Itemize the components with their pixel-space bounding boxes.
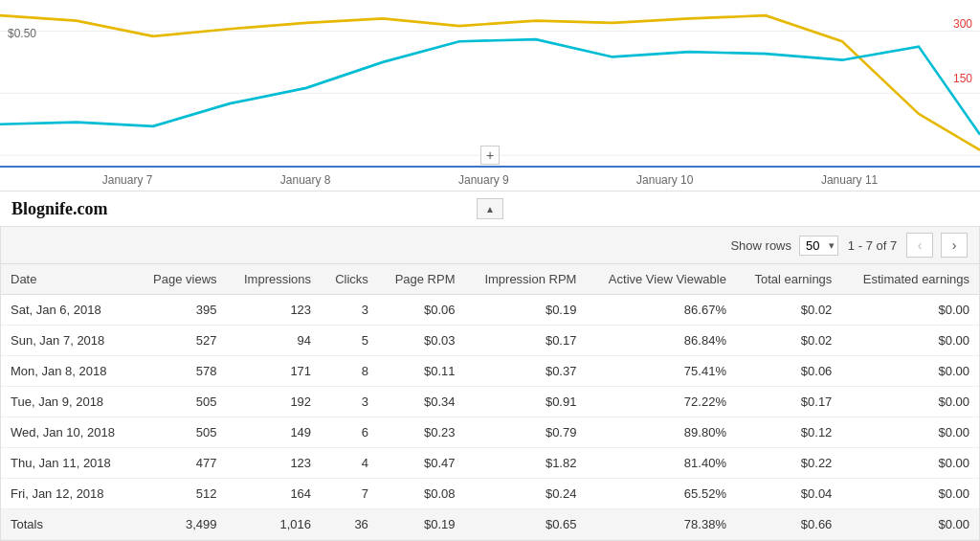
table-toolbar: Show rows 50 1 - 7 of 7 ‹ ›	[1, 227, 979, 264]
cell-date: Sun, Jan 7, 2018	[1, 326, 136, 356]
chart-expand-icon[interactable]: +	[480, 146, 500, 165]
cell-estimated-earnings: $0.00	[841, 356, 979, 387]
cell-impressions: 123	[227, 448, 322, 479]
cell-date: Thu, Jan 11, 2018	[1, 448, 136, 479]
totals-page-views: 3,499	[136, 509, 227, 540]
table-row: Tue, Jan 9, 2018 505 192 3 $0.34 $0.91 7…	[1, 387, 979, 417]
rows-per-page-select[interactable]: 50	[799, 236, 838, 256]
cell-date: Tue, Jan 9, 2018	[1, 387, 136, 417]
data-table-container: Show rows 50 1 - 7 of 7 ‹ › Date Page vi…	[0, 226, 980, 541]
x-label-jan8: January 8	[280, 173, 331, 187]
cell-total-earnings: $0.02	[736, 295, 841, 326]
y-axis-label-150: 150	[953, 72, 972, 85]
totals-page-rpm: $0.19	[378, 509, 465, 540]
cell-total-earnings: $0.04	[736, 479, 841, 509]
cell-clicks: 7	[321, 479, 378, 509]
cell-impressions: 123	[227, 295, 322, 326]
cell-estimated-earnings: $0.00	[841, 448, 979, 479]
cell-impression-rpm: $0.24	[465, 479, 587, 509]
cell-page-views: 477	[136, 448, 227, 479]
cell-page-rpm: $0.06	[378, 295, 465, 326]
cell-page-rpm: $0.08	[378, 479, 465, 509]
cell-active-view: 81.40%	[586, 448, 736, 479]
totals-estimated-earnings: $0.00	[841, 509, 979, 540]
cell-page-rpm: $0.23	[378, 417, 465, 448]
totals-row: Totals 3,499 1,016 36 $0.19 $0.65 78.38%…	[1, 509, 979, 540]
cell-clicks: 6	[321, 417, 378, 448]
cell-total-earnings: $0.12	[736, 417, 841, 448]
table-row: Mon, Jan 8, 2018 578 171 8 $0.11 $0.37 7…	[1, 356, 979, 387]
cell-page-rpm: $0.11	[378, 356, 465, 387]
cell-date: Wed, Jan 10, 2018	[1, 417, 136, 448]
cell-impression-rpm: $0.37	[465, 356, 587, 387]
cell-impressions: 149	[227, 417, 322, 448]
cell-active-view: 89.80%	[586, 417, 736, 448]
cell-estimated-earnings: $0.00	[841, 479, 979, 509]
col-date: Date	[1, 264, 136, 295]
totals-clicks: 36	[321, 509, 378, 540]
col-page-rpm: Page RPM	[378, 264, 465, 295]
cell-page-rpm: $0.03	[378, 326, 465, 356]
next-page-button[interactable]: ›	[941, 233, 968, 258]
cell-impression-rpm: $0.19	[465, 295, 587, 326]
col-impression-rpm: Impression RPM	[465, 264, 587, 295]
collapse-button[interactable]: ▲	[477, 198, 503, 219]
cell-active-view: 72.22%	[586, 387, 736, 417]
y-axis-label-300: 300	[953, 17, 972, 31]
x-label-jan11: January 11	[821, 173, 878, 187]
logo-bar: Blognife.com ▲	[0, 192, 980, 226]
x-axis: January 7 January 8 January 9 January 10…	[0, 168, 980, 192]
cell-estimated-earnings: $0.00	[841, 326, 979, 356]
cell-impressions: 192	[227, 387, 322, 417]
col-active-view: Active View Viewable	[586, 264, 736, 295]
site-logo: Blognife.com	[11, 199, 108, 219]
cell-clicks: 3	[321, 295, 378, 326]
cell-active-view: 75.41%	[586, 356, 736, 387]
cell-total-earnings: $0.06	[736, 356, 841, 387]
cell-clicks: 3	[321, 387, 378, 417]
x-label-jan7: January 7	[102, 173, 153, 187]
chart-area: $0.50 300 150 +	[0, 0, 980, 168]
cell-clicks: 8	[321, 356, 378, 387]
totals-total-earnings: $0.66	[736, 509, 841, 540]
show-rows-label: Show rows	[730, 238, 791, 253]
cell-clicks: 5	[321, 326, 378, 356]
prev-page-button[interactable]: ‹	[906, 233, 933, 258]
table-row: Wed, Jan 10, 2018 505 149 6 $0.23 $0.79 …	[1, 417, 979, 448]
cell-total-earnings: $0.02	[736, 326, 841, 356]
cell-date: Sat, Jan 6, 2018	[1, 295, 136, 326]
cell-impression-rpm: $0.91	[465, 387, 587, 417]
x-label-jan10: January 10	[636, 173, 693, 187]
cell-active-view: 86.84%	[586, 326, 736, 356]
col-total-earnings: Total earnings	[736, 264, 841, 295]
cell-active-view: 65.52%	[586, 479, 736, 509]
cell-page-views: 578	[136, 356, 227, 387]
cell-page-views: 395	[136, 295, 227, 326]
cell-estimated-earnings: $0.00	[841, 295, 979, 326]
col-impressions: Impressions	[227, 264, 322, 295]
cell-total-earnings: $0.22	[736, 448, 841, 479]
cell-page-views: 505	[136, 417, 227, 448]
cell-impressions: 171	[227, 356, 322, 387]
cell-page-rpm: $0.47	[378, 448, 465, 479]
cell-impressions: 94	[227, 326, 322, 356]
table-row: Sat, Jan 6, 2018 395 123 3 $0.06 $0.19 8…	[1, 295, 979, 326]
y-axis-label-left: $0.50	[8, 27, 36, 40]
col-page-views: Page views	[136, 264, 227, 295]
cell-page-views: 505	[136, 387, 227, 417]
table-row: Thu, Jan 11, 2018 477 123 4 $0.47 $1.82 …	[1, 448, 979, 479]
totals-impression-rpm: $0.65	[465, 509, 587, 540]
cell-clicks: 4	[321, 448, 378, 479]
cell-impressions: 164	[227, 479, 322, 509]
cell-date: Mon, Jan 8, 2018	[1, 356, 136, 387]
cell-page-views: 527	[136, 326, 227, 356]
pagination-info: 1 - 7 of 7	[846, 238, 899, 253]
cell-impression-rpm: $0.17	[465, 326, 587, 356]
cell-estimated-earnings: $0.00	[841, 417, 979, 448]
table-row: Fri, Jan 12, 2018 512 164 7 $0.08 $0.24 …	[1, 479, 979, 509]
cell-active-view: 86.67%	[586, 295, 736, 326]
cell-impression-rpm: $1.82	[465, 448, 587, 479]
rows-select-wrapper[interactable]: 50	[799, 236, 838, 256]
totals-impressions: 1,016	[227, 509, 322, 540]
cell-page-views: 512	[136, 479, 227, 509]
